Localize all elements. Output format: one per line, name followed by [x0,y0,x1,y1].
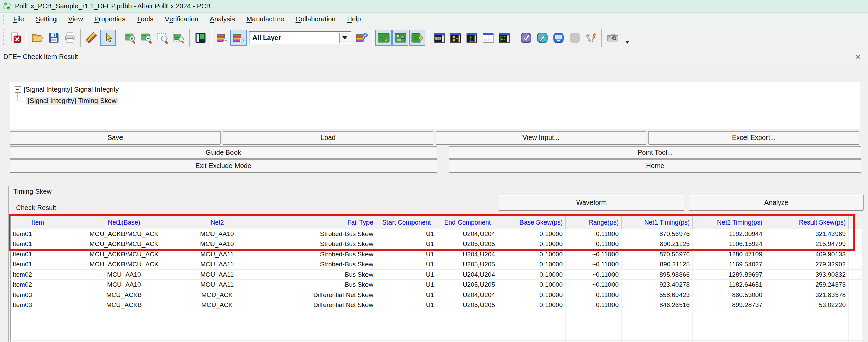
show-parts-board-button[interactable] [392,30,408,46]
panel-titlebar: DFE+ Check Item Result × [0,50,868,63]
load-result-button[interactable]: Load [223,131,433,144]
pad-window-button[interactable] [448,30,463,46]
layer-artwork-button[interactable]: A [214,30,230,46]
col-header-net1-timing[interactable]: Net1 Timing(ps) [622,216,693,229]
zoom-in-icon [124,31,136,44]
zoom-fit-button[interactable] [171,30,186,46]
menu-properties[interactable]: Properties [89,13,131,26]
list-window-button[interactable] [480,30,496,46]
menu-setting[interactable]: Setting [30,13,62,26]
tree-item-label[interactable]: [Signal Integrity] Timing Skew [26,97,118,105]
list-window-icon [482,31,494,44]
zoom-fit-icon [173,31,185,44]
open-folder-icon [31,31,44,44]
verify-check-icon [520,31,532,44]
menu-view[interactable]: View [63,13,89,26]
panel-title: DFE+ Check Item Result [0,53,78,61]
action-button-row: Exit Exclude Mode Home [10,159,861,172]
col-header-filler [849,216,862,229]
col-header-net1[interactable]: Net1(Base) [65,216,183,229]
component-window-button[interactable] [431,30,447,46]
show-color-board-button[interactable] [409,30,425,46]
col-header-start-component[interactable]: Start Component [376,216,437,229]
zoom-out-button[interactable] [138,30,154,46]
capture-button[interactable] [605,30,620,46]
view-input-button[interactable]: View Input... [436,131,646,144]
menu-manufacture[interactable]: Manufacture [241,13,290,26]
panel-view-button[interactable] [193,30,208,46]
layer-settings-button[interactable] [354,30,369,46]
exit-exclude-mode-button[interactable]: Exit Exclude Mode [10,159,437,172]
excel-export-button[interactable]: Excel Export... [648,131,859,144]
save-button[interactable] [46,30,61,46]
select-cursor-button[interactable] [100,30,116,46]
tree-connector [17,92,25,102]
col-header-net2[interactable]: Net2 [183,216,251,229]
col-header-result-skew[interactable]: Result Skew(ps) [765,216,849,229]
toolbar-separator [80,29,81,47]
col-header-fail-type[interactable]: Fail Type [251,216,376,229]
svg-text:x: x [8,7,9,10]
menu-verification[interactable]: Verification [159,13,204,26]
analyze-button[interactable]: Analyze [689,195,864,210]
verify-check-button[interactable] [518,30,534,46]
panel-view-icon [194,31,207,44]
svg-text:P: P [240,37,244,44]
table-row[interactable]: Item02MCU_AA10MCU_AA11Bus SkewU1U205,U20… [11,280,862,290]
toolbar-separator [26,29,27,47]
table-row[interactable]: Item01MCU_ACKB/MCU_ACKMCU_AA10Strobed-Bu… [11,229,862,239]
col-header-net2-timing[interactable]: Net2 Timing(ps) [693,216,765,229]
col-header-base-skew[interactable]: Base Skew(ps) [498,216,566,229]
open-button[interactable] [29,30,45,46]
options-tools-button[interactable] [583,30,599,46]
show-color-board-icon [411,31,424,44]
point-tool-button[interactable]: Point Tool... [449,146,861,159]
tree-item-timing-skew[interactable]: [Signal Integrity] Timing Skew [26,97,118,105]
table-row[interactable]: Item03MCU_ACKBMCU_ACKDifferential Net Sk… [11,300,862,310]
toolbar-overflow-icon[interactable] [625,41,629,44]
table-row[interactable]: Item01MCU_ACKB/MCU_ACKMCU_AA11Strobed-Bu… [11,259,862,270]
show-net-board-button[interactable] [375,30,392,46]
layer-select-value: All Layer [249,34,339,42]
collapse-icon[interactable] [15,86,21,93]
waveform-button[interactable]: Waveform [499,195,684,210]
menu-grip[interactable] [3,15,4,24]
axis-window-button[interactable] [464,30,480,46]
table-row[interactable]: Item03MCU_ACKBMCU_ACKDifferential Net Sk… [11,290,862,300]
close-icon[interactable]: × [855,52,861,61]
window-titlebar: p x PollEx_PCB_Sample_r1.1_DFEP.pdbb - A… [0,0,868,13]
tree-item-label[interactable]: [Signal Integrity] Signal Integrity [24,86,119,93]
guide-book-button[interactable]: Guide Book [10,146,437,159]
menu-file[interactable]: File [7,13,30,26]
menu-analysis[interactable]: Analysis [204,13,241,26]
zoom-area-button[interactable] [155,30,170,46]
menu-collaboration[interactable]: Collaboration [290,13,341,26]
save-result-button[interactable]: Save [10,131,221,144]
col-header-end-component[interactable]: End Component [437,216,498,229]
combo-dropdown-button[interactable] [339,33,350,43]
menu-help[interactable]: Help [341,13,366,26]
exit-icon [9,31,22,44]
col-header-item[interactable]: Item [11,216,65,229]
zoom-in-button[interactable] [122,30,138,46]
toolbar-grip[interactable] [3,29,4,46]
tree-item-signal-integrity[interactable]: [Signal Integrity] Signal Integrity [15,86,119,93]
col-header-range[interactable]: Range(ps) [566,216,622,229]
simulation-button[interactable] [551,30,566,46]
exit-button[interactable] [8,30,23,46]
empty-row [11,341,862,342]
layer-settings-icon [355,31,368,44]
check-result-table[interactable]: Item Net1(Base) Net2 Fail Type Start Com… [10,216,862,342]
table-header-row[interactable]: Item Net1(Base) Net2 Fail Type Start Com… [11,216,862,229]
menu-tools[interactable]: Tools [131,13,159,26]
layer-select[interactable]: All Layer [249,31,351,44]
table-row[interactable]: Item01MCU_ACKB/MCU_ACKMCU_AA11Strobed-Bu… [11,249,862,259]
probe-edit-button[interactable] [534,30,550,46]
table-row[interactable]: Item02MCU_AA10MCU_AA11Bus SkewU1U204,U20… [11,270,862,280]
net-tree-window-button[interactable] [496,30,512,46]
home-button[interactable]: Home [449,159,861,172]
layer-physical-button[interactable]: P [230,30,247,46]
table-row[interactable]: Item01MCU_ACKB/MCU_ACKMCU_AA10Strobed-Bu… [11,239,862,249]
print-button[interactable] [62,30,77,46]
measure-button[interactable] [84,30,99,46]
